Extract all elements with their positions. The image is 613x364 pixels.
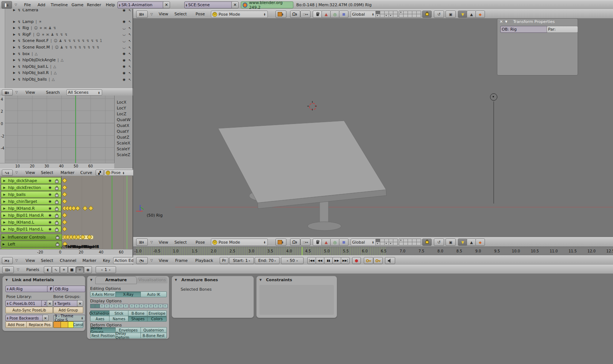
jump-end-icon[interactable]: ▶▶| [341,257,350,264]
menu-help[interactable]: Help [106,0,115,9]
record-icon[interactable]: ● [352,257,361,264]
armature-layer-button[interactable] [139,304,144,308]
physics-icon[interactable]: ◉ [84,266,92,273]
paste-pose-icon[interactable]: ▲ [467,239,476,246]
visibility-eye-icon[interactable]: ◉ [123,78,126,81]
rest-b-bone-rest-button[interactable]: B-Bone Rest [140,333,167,338]
visibility-eye-icon[interactable]: ◡ [123,26,126,30]
channel-lock-icon[interactable] [55,228,58,233]
paste-flipped-icon[interactable]: ◆ [475,239,485,246]
manipulator-rotate-icon[interactable]: ▲ [321,239,331,246]
editing-x-ray-button[interactable]: X-Ray [115,291,141,297]
channel-lock-icon[interactable] [55,193,58,198]
paste-flipped-icon[interactable]: ◆ [475,11,485,18]
channel-lock-icon[interactable] [55,186,58,191]
action-channel[interactable]: ▶hlp_balls◉ [1,191,61,198]
deform-vertex-groups-button[interactable]: Vertex Groups [90,327,116,333]
manipulator-hand-icon[interactable] [313,239,322,246]
pose-backwards-field[interactable]: ▲▼Pose Backwards [5,315,45,321]
channel-visibility-icon[interactable]: ◉ [49,227,51,231]
display-names-button[interactable]: Names [109,316,129,322]
header-collapse-icon[interactable]: ▽ [15,0,17,9]
rest-delay-deform-button[interactable]: Delay Deform [115,333,141,338]
viewport-type-icon[interactable]: ⊞▲▼ [136,239,148,246]
layer-button[interactable] [416,242,421,245]
channel-lock-icon[interactable] [55,207,58,212]
menu-game[interactable]: Game [72,0,84,9]
visibility-eye-icon[interactable]: ◡ [123,32,126,36]
buttons-type-icon[interactable]: ▤▲▼ [2,266,14,273]
const-button[interactable]: Const [73,321,83,328]
channel-visibility-icon[interactable]: ◉ [49,193,51,196]
autokey-icon[interactable] [364,257,373,264]
outliner-row[interactable]: ▶↯Rig|☺∗ж♟↯◡↖▣ [5,25,132,31]
selectability-cursor-icon[interactable]: ↖ [128,32,131,36]
armature-layer-button[interactable] [163,304,168,308]
ipo-channel-label[interactable]: LocX [117,100,126,105]
channel-lock-icon[interactable] [55,221,58,226]
action-menu-marker[interactable]: Marker [82,256,96,265]
timeline-menu-view[interactable]: View [159,256,168,265]
keyframe-diamond[interactable] [88,206,93,211]
snap-omega-icon[interactable]: Ω▲▼ [290,11,300,18]
expand-icon[interactable]: ▶ [13,39,15,42]
copy-pose-icon[interactable]: ▼ [458,239,467,246]
visibility-eye-icon[interactable]: ◡ [123,46,126,49]
speaker-icon[interactable] [385,257,395,264]
keyframe-diamond[interactable] [62,192,67,197]
timeline-menu-frame[interactable]: Frame [175,256,188,265]
action-menu-key[interactable]: Key [103,256,110,265]
action-channel[interactable]: ▶hlp_IKHand.R◉ [1,205,61,212]
viewport-menu-select[interactable]: Select [174,9,187,19]
group-color-swatch-amber[interactable] [61,321,69,328]
selectability-cursor-icon[interactable]: ↖ [128,26,131,30]
channel-visibility-icon[interactable]: ◉ [49,206,51,210]
action-channel[interactable]: ▶hlp_Bip01 Hand.R◉ [1,212,61,218]
drawtype-octahedron-button[interactable]: Octahedron [90,310,110,316]
window-type-icon[interactable]: ❚▲▼ [1,1,12,9]
screen-delete-button[interactable]: ✕ [163,1,170,8]
copy-pose-icon[interactable]: ▼ [458,11,467,18]
expand-icon[interactable]: ▶ [3,221,5,224]
selectability-cursor-icon[interactable]: ↖ [128,71,131,75]
layer-button[interactable] [393,14,398,18]
outliner-row[interactable]: ▶↯Scene Root.F|☺♟↯↯↯↯↯↯↯↯1◡↖▣ [5,38,132,44]
menu-render[interactable]: Render [87,0,101,9]
channel-visibility-icon[interactable]: ◉ [49,200,51,203]
expand-icon[interactable]: ▶ [3,214,5,217]
logic-icon[interactable]: ◖ [44,266,52,273]
ipo-edit-mode-icon[interactable]: ▞ [96,170,104,176]
pivot-dots-icon[interactable]: ∷↔ [300,239,311,246]
manipulator-translate-icon[interactable]: ■ [339,11,348,18]
cursor-3d[interactable] [309,103,316,110]
action-channel[interactable]: ▶hlp_dickShape◉ [1,177,61,184]
keyframe-diamond[interactable] [62,220,67,225]
channel-visibility-icon[interactable]: ◉ [49,186,51,189]
theme-color-selector[interactable]: 9 - Theme Color S▲▼ [53,315,85,321]
viewport-collapse-icon[interactable]: ▽ [150,9,153,19]
replace-pose-button[interactable]: Replace Pos [26,321,53,328]
mode-selector[interactable]: ☺Pose Mode▲▼ [211,239,268,246]
channel-visibility-icon[interactable]: ◉ [49,179,51,182]
start-frame-field[interactable]: Start: 1▸ [229,257,254,264]
keyingset-icon[interactable] [373,257,383,264]
visibility-eye-icon[interactable]: ◉ [123,20,126,23]
channel-lock-icon[interactable] [55,179,58,184]
armature-layer-button[interactable] [109,304,114,308]
armature-layer-button[interactable] [104,304,109,308]
pose-backwards-clear-button[interactable]: ✕ [42,315,49,321]
selectability-cursor-icon[interactable]: ↖ [128,20,131,23]
armature-layer-button[interactable] [158,304,163,308]
ipo-channel-label[interactable]: ScaleZ [117,152,130,157]
action-type-icon[interactable]: ж▲▼ [2,257,13,264]
armature-layer-button[interactable] [153,304,158,308]
draw-type-icon[interactable]: ▲▼ [275,239,286,246]
ipo-channel-label[interactable]: ScaleY [117,147,130,151]
manipulator-translate-icon[interactable]: ■ [339,239,348,246]
action-collapse-icon[interactable]: ▽ [15,256,18,265]
keyframe-diamond[interactable] [62,213,67,218]
viewport-menu-view[interactable]: View [159,9,168,19]
expand-icon[interactable]: ▶ [3,193,5,196]
panel-collapse-icon[interactable]: ▼ [505,20,507,23]
proportional-icon[interactable]: ↺ [434,239,444,246]
